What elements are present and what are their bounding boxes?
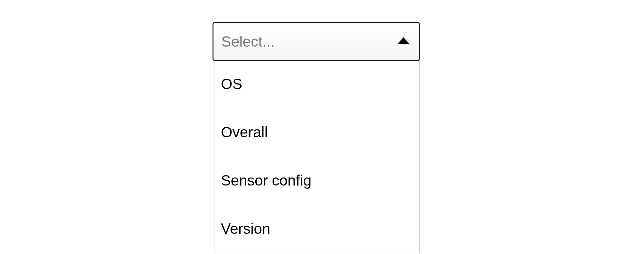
caret-up-icon	[397, 37, 410, 44]
dropdown-option-overall[interactable]: Overall	[214, 108, 419, 156]
select-button[interactable]: Select...	[213, 22, 420, 61]
dropdown-select: Select... OS Overall Sensor config Versi…	[213, 22, 420, 253]
select-placeholder: Select...	[221, 33, 275, 50]
dropdown-option-version[interactable]: Version	[214, 204, 419, 253]
dropdown-list: OS Overall Sensor config Version	[214, 60, 420, 253]
dropdown-option-sensor-config[interactable]: Sensor config	[214, 156, 419, 204]
dropdown-option-os[interactable]: OS	[214, 63, 419, 108]
